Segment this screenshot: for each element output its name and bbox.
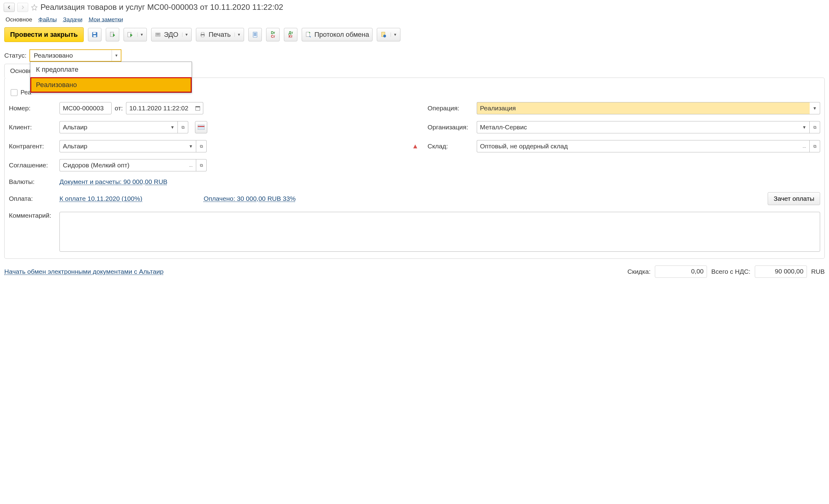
- chevron-down-icon[interactable]: ▼: [186, 140, 196, 152]
- status-dropdown: К предоплате Реализовано: [30, 62, 192, 93]
- additional-button[interactable]: ▼: [377, 28, 400, 41]
- svg-rect-19: [195, 106, 200, 107]
- status-value: Реализовано: [34, 52, 73, 59]
- svg-rect-21: [198, 126, 205, 127]
- open-icon[interactable]: ⧉: [810, 140, 820, 152]
- protocol-label: Протокол обмена: [314, 31, 369, 39]
- print-button[interactable]: Печать ▼: [196, 28, 244, 41]
- svg-rect-14: [254, 35, 257, 36]
- paid-link[interactable]: Оплачено: 30 000,00 RUB 33%: [204, 195, 295, 202]
- contragent-field[interactable]: Альтаир: [60, 140, 186, 152]
- svg-rect-6: [156, 33, 160, 34]
- chevron-down-icon: ▼: [391, 33, 397, 37]
- drcr-button[interactable]: DrCr: [266, 28, 280, 41]
- number-field[interactable]: МС00-000003: [60, 102, 112, 114]
- operation-field[interactable]: Реализация: [477, 102, 810, 114]
- post-button[interactable]: [106, 28, 119, 41]
- edo-label: ЭДО: [164, 31, 178, 39]
- chevron-down-icon[interactable]: ▼: [168, 121, 178, 133]
- svg-point-17: [383, 35, 386, 37]
- currency-link[interactable]: Документ и расчеты: 90 000,00 RUB: [60, 178, 168, 185]
- forward-button[interactable]: [17, 3, 28, 12]
- contragent-label: Контрагент:: [9, 143, 57, 150]
- ellipsis-icon[interactable]: ...: [186, 159, 196, 171]
- ellipsis-icon[interactable]: ...: [799, 140, 810, 152]
- svg-rect-12: [254, 33, 257, 34]
- discount-value: 0,00: [655, 265, 707, 278]
- post-and-close-button[interactable]: Провести и закрыть: [4, 27, 84, 42]
- chevron-down-icon[interactable]: ▼: [810, 102, 820, 114]
- currency-label: RUB: [811, 268, 825, 275]
- page-title: Реализация товаров и услуг МС00-000003 о…: [40, 2, 283, 12]
- svg-rect-1: [93, 33, 96, 34]
- total-value: 90 000,00: [755, 265, 807, 278]
- agreement-label: Соглашение:: [9, 161, 57, 169]
- print-label: Печать: [209, 31, 230, 39]
- card-icon[interactable]: [195, 121, 207, 133]
- org-field[interactable]: Металл-Сервис: [477, 121, 800, 133]
- number-label: Номер:: [9, 105, 57, 112]
- status-option-done[interactable]: Реализовано: [30, 77, 192, 93]
- payment-link[interactable]: К оплате 10.11.2020 (100%): [60, 195, 142, 202]
- status-label: Статус:: [4, 52, 26, 59]
- chevron-down-icon: ▼: [137, 33, 144, 37]
- reports-button[interactable]: [248, 28, 262, 41]
- chevron-down-icon: ▼: [112, 50, 121, 61]
- svg-rect-7: [156, 35, 160, 35]
- svg-rect-20: [198, 125, 205, 130]
- calendar-icon[interactable]: [193, 102, 203, 114]
- currency-label: Валюты:: [9, 178, 57, 185]
- chevron-down-icon: ▼: [235, 33, 241, 37]
- open-icon[interactable]: ⧉: [196, 140, 207, 152]
- tab-notes[interactable]: Мои заметки: [88, 16, 123, 23]
- svg-rect-2: [93, 35, 96, 37]
- open-icon[interactable]: ⧉: [810, 121, 820, 133]
- svg-rect-13: [254, 34, 257, 35]
- date-label: от:: [115, 105, 123, 112]
- date-field[interactable]: 10.11.2020 11:22:02: [126, 102, 193, 114]
- warning-icon: ▲: [412, 142, 419, 150]
- svg-rect-10: [202, 35, 204, 37]
- edo-button[interactable]: ЭДО ▼: [151, 28, 192, 41]
- comment-field[interactable]: [60, 212, 820, 252]
- save-button[interactable]: [88, 28, 102, 41]
- favorite-star-icon[interactable]: [31, 4, 38, 11]
- edi-start-link[interactable]: Начать обмен электронными документами с …: [4, 268, 164, 275]
- svg-rect-9: [202, 33, 204, 34]
- tab-tasks[interactable]: Задачи: [63, 16, 82, 23]
- open-icon[interactable]: ⧉: [178, 121, 188, 133]
- chevron-down-icon: ▼: [182, 33, 188, 37]
- tab-main[interactable]: Основное: [5, 16, 32, 23]
- offset-payment-button[interactable]: Зачет оплаты: [768, 192, 820, 205]
- payment-label: Оплата:: [9, 195, 57, 202]
- back-button[interactable]: [4, 3, 15, 12]
- checkbox-label: Реа: [21, 89, 31, 96]
- status-select[interactable]: Реализовано ▼ К предоплате Реализовано: [29, 49, 121, 62]
- org-label: Организация:: [428, 123, 474, 131]
- warehouse-label: Склад:: [428, 143, 474, 150]
- realized-checkbox[interactable]: [11, 89, 17, 96]
- comment-label: Комментарий:: [9, 212, 57, 219]
- exchange-protocol-button[interactable]: Протокол обмена: [302, 28, 372, 41]
- operation-label: Операция:: [428, 105, 474, 112]
- chevron-down-icon[interactable]: ▼: [799, 121, 810, 133]
- total-label: Всего с НДС:: [711, 268, 751, 275]
- open-icon[interactable]: ⧉: [196, 159, 207, 171]
- dtct-button[interactable]: ДтКт: [284, 28, 297, 41]
- client-field[interactable]: Альтаир: [60, 121, 168, 133]
- status-option-prepay[interactable]: К предоплате: [30, 62, 192, 77]
- client-label: Клиент:: [9, 123, 57, 131]
- warehouse-field[interactable]: Оптовый, не ордерный склад: [477, 140, 800, 152]
- discount-label: Скидка:: [627, 268, 651, 275]
- based-on-button[interactable]: ▼: [123, 28, 147, 41]
- tab-files[interactable]: Файлы: [38, 16, 57, 23]
- agreement-field[interactable]: Сидоров (Мелкий опт): [60, 159, 186, 171]
